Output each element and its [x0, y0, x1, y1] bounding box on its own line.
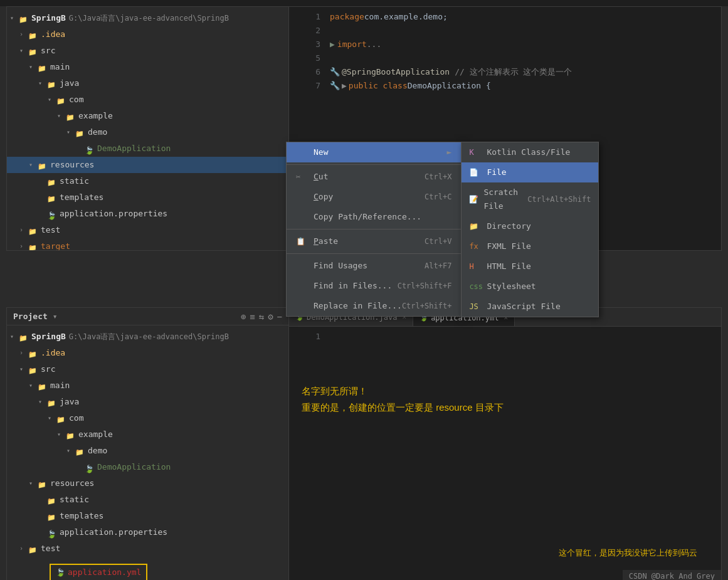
sync-icon[interactable]: ⊕	[241, 312, 246, 322]
folder-icon: 📁	[65, 430, 76, 440]
tree-item-static[interactable]: 📁 static	[7, 173, 288, 189]
submenu-label: Stylesheet	[487, 280, 535, 293]
application-yml-row[interactable]: 🍃 application.yml	[7, 562, 288, 580]
tree-item-src-bottom[interactable]: ▾ 📁 src	[7, 361, 288, 377]
tree-item-main[interactable]: ▾ 📁 main	[7, 59, 288, 75]
spring-icon: 🍃	[56, 566, 65, 579]
submenu-item-javascript[interactable]: JS JavaScript File	[462, 297, 598, 317]
arrow-icon: ▾	[48, 93, 55, 107]
menu-item-cut[interactable]: ✂ Cut Ctrl+X	[287, 167, 461, 187]
tree-item-idea[interactable]: › 📁 .idea	[7, 26, 288, 43]
tree-item-resources[interactable]: ▾ 📁 resources	[7, 157, 288, 173]
menu-item-paste[interactable]: 📋 Paste Ctrl+V	[287, 231, 461, 251]
annotation-line2: 重要的是，创建的位置一定要是 resource 目录下	[302, 399, 504, 416]
folder-icon: 📁	[36, 62, 48, 72]
code-text: com.example.demo;	[364, 10, 448, 24]
menu-label: Copy	[314, 190, 333, 204]
arrow-icon: ▾	[38, 395, 46, 409]
code-keyword: public class	[349, 79, 408, 93]
folder-orange-icon: 📁	[27, 241, 38, 250]
tree-item-demoapplication-bottom[interactable]: 🍃 DemoApplication	[7, 459, 288, 475]
submenu-item-fxml[interactable]: fx FXML File	[462, 236, 598, 256]
menu-item-copy-path[interactable]: Copy Path/Reference...	[287, 207, 461, 227]
arrow-icon: ›	[19, 542, 27, 556]
spring-icon: 🍃	[46, 209, 57, 219]
tree-item-example[interactable]: ▾ 📁 example	[7, 108, 288, 124]
shortcut-label: Alt+F7	[425, 259, 451, 273]
java-folder-icon: 📁	[46, 78, 57, 88]
tree-item-templates-bottom[interactable]: 📁 templates	[7, 508, 288, 524]
submenu-label: Kotlin Class/File	[487, 145, 570, 159]
tree-item-example-bottom[interactable]: ▾ 📁 example	[7, 426, 288, 443]
submenu-item-file[interactable]: 📄 File	[462, 162, 598, 182]
arrow-icon: ▾	[19, 362, 27, 376]
submenu-item-html[interactable]: H HTML File	[462, 256, 598, 277]
menu-label: Find in Files...	[314, 279, 392, 293]
tree-item-main-bottom[interactable]: ▾ 📁 main	[7, 377, 288, 394]
folder-icon: 📁	[36, 381, 48, 391]
paste-icon: 📋	[296, 235, 309, 248]
code-annotation: @SpringBootApplication	[342, 65, 450, 79]
collapse-icon[interactable]: ≡	[250, 312, 255, 322]
tree-item-com-bottom[interactable]: ▾ 📁 com	[7, 410, 288, 426]
submenu-item-scratch[interactable]: 📝 Scratch File Ctrl+Alt+Shift	[462, 182, 598, 216]
tree-item-java-bottom[interactable]: ▾ 📁 java	[7, 394, 288, 410]
file-icon: 📄	[469, 166, 482, 179]
menu-item-find-usages[interactable]: Find Usages Alt+F7	[287, 256, 461, 276]
expand-icon[interactable]: ⇆	[259, 312, 264, 322]
folder-icon: 📁	[74, 446, 85, 456]
html-icon: H	[469, 260, 482, 273]
menu-label: Copy Path/Reference...	[314, 210, 421, 224]
arrow-icon: ›	[19, 28, 27, 41]
scratch-icon: 📝	[469, 192, 478, 206]
application-yml-label: application.yml	[68, 566, 141, 579]
tree-item-src[interactable]: ▾ 📁 src	[7, 43, 288, 59]
submenu-new: K Kotlin Class/File 📄 File 📝 Scratch Fil…	[461, 142, 599, 317]
tree-item-test-bottom[interactable]: › 📁 test	[7, 540, 288, 557]
item-label: java	[60, 395, 79, 409]
code-text: ...	[367, 38, 381, 51]
tree-item-target[interactable]: › 📁 target	[7, 238, 288, 250]
tree-item-demo[interactable]: ▾ 📁 demo	[7, 124, 288, 140]
toolbar-icons: ⊕ ≡ ⇆ ⚙ −	[241, 312, 282, 322]
menu-label: Paste	[314, 235, 338, 248]
submenu-item-stylesheet[interactable]: css Stylesheet	[462, 277, 598, 297]
tree-item-springb[interactable]: ▾ 📁 SpringB G:\Java语言\java-ee-advanced\S…	[7, 10, 288, 26]
tree-item-application-props-bottom[interactable]: 🍃 application.properties	[7, 524, 288, 540]
submenu-item-kotlin[interactable]: K Kotlin Class/File	[462, 142, 598, 162]
menu-item-replace[interactable]: Replace in File... Ctrl+Shift+	[287, 296, 461, 316]
folder-icon: 📁	[46, 511, 57, 521]
tree-item-springb-bottom[interactable]: ▾ 📁 SpringB G:\Java语言\java-ee-advanced\S…	[7, 329, 288, 345]
panel-dropdown[interactable]: ▾	[53, 312, 58, 321]
directory-icon: 📁	[469, 219, 482, 233]
minus-icon[interactable]: −	[277, 312, 282, 322]
item-label: main	[50, 379, 70, 393]
context-menu: New ► K Kotlin Class/File 📄 File 📝 Scrat…	[286, 142, 462, 317]
item-label: com	[69, 93, 83, 107]
tree-item-java[interactable]: ▾ 📁 java	[7, 75, 288, 92]
tree-item-demoapplication[interactable]: 🍃 DemoApplication	[7, 140, 288, 157]
folder-icon: 📁	[27, 46, 38, 56]
tree-item-test[interactable]: › 📁 test	[7, 222, 288, 238]
tree-item-application-props[interactable]: 🍃 application.properties	[7, 206, 288, 222]
menu-label: Find Usages	[314, 259, 367, 273]
tree-item-static-bottom[interactable]: 📁 static	[7, 492, 288, 508]
settings-icon[interactable]: ⚙	[268, 312, 273, 322]
submenu-item-directory[interactable]: 📁 Directory	[462, 216, 598, 236]
item-label: application.properties	[60, 207, 167, 221]
code-line-3: 3 ▶ import ...	[295, 38, 715, 51]
tree-item-idea-bottom[interactable]: › 📁 .idea	[7, 345, 288, 361]
annotation-line1: 名字到无所谓！	[302, 383, 504, 399]
menu-item-find-in-files[interactable]: Find in Files... Ctrl+Shift+F	[287, 276, 461, 296]
item-label: static	[60, 174, 89, 188]
tree-item-templates[interactable]: 📁 templates	[7, 189, 288, 206]
tree-item-resources-bottom[interactable]: ▾ 📁 resources	[7, 475, 288, 492]
fxml-icon: fx	[469, 240, 482, 253]
item-label: java	[60, 76, 79, 90]
menu-item-copy[interactable]: Copy Ctrl+C	[287, 187, 461, 207]
tree-item-demo-bottom[interactable]: ▾ 📁 demo	[7, 443, 288, 459]
code-keyword: import	[337, 38, 367, 51]
tree-item-com[interactable]: ▾ 📁 com	[7, 92, 288, 108]
annotation-block: 名字到无所谓！ 重要的是，创建的位置一定要是 resource 目录下	[302, 383, 504, 416]
menu-item-new[interactable]: New ► K Kotlin Class/File 📄 File 📝 Scrat…	[287, 142, 461, 162]
